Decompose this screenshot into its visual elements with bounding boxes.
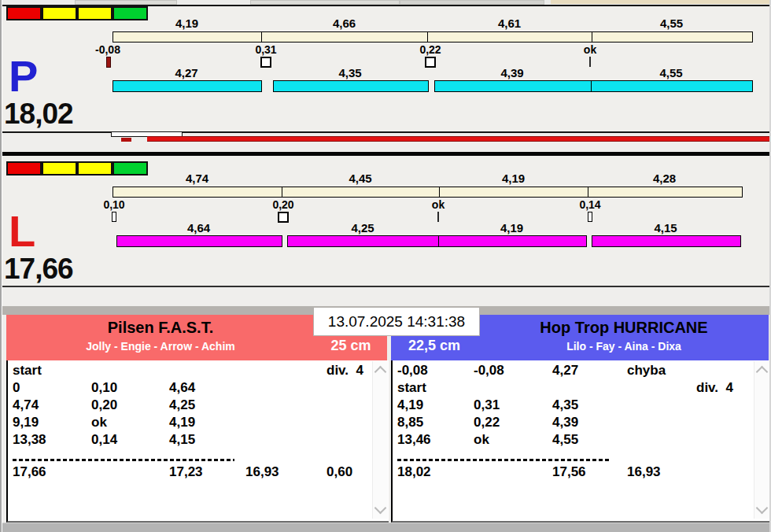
results-cell: 0,20 — [91, 397, 117, 413]
ruler-segment — [592, 31, 753, 42]
bar-segment-value: 4,19 — [438, 222, 585, 235]
results-cell: 0,31 — [474, 397, 500, 413]
ruler-segment — [113, 187, 283, 198]
split-marker-line-icon — [437, 212, 439, 222]
results-panel-left[interactable]: startdiv. 400,104,644,740,204,259,19ok4,… — [6, 360, 389, 523]
scroll-down-icon[interactable] — [756, 502, 769, 515]
lane-p-letter: P — [9, 54, 38, 98]
results-cell: 4,15 — [169, 432, 195, 448]
split-marker-label: 0,22 — [405, 44, 456, 56]
split-marker-line-icon — [589, 57, 591, 67]
panel-top-border — [0, 5, 771, 6]
results-cell: 4,25 — [169, 397, 195, 413]
ruler-segment-value: 4,61 — [427, 17, 592, 30]
split-marker-tick-icon — [106, 57, 111, 68]
results-cell: div. 4 — [326, 363, 363, 379]
results-cell: 4,64 — [169, 380, 195, 396]
ruler-segment — [282, 187, 441, 198]
distance-left: 25 cm — [315, 338, 387, 357]
results-cell: 16,93 — [245, 464, 279, 480]
results-cell: 0 — [13, 380, 20, 396]
split-marker-label: 0,10 — [89, 199, 139, 211]
ruler-segment-value: 4,19 — [439, 172, 588, 185]
window-left-edge — [0, 0, 2, 532]
split-marker-box-icon — [425, 57, 436, 68]
results-cell: 0,10 — [91, 380, 117, 396]
scroll-up-icon[interactable] — [374, 366, 387, 379]
results-cell: -0,08 — [397, 363, 428, 379]
results-separator — [397, 459, 611, 461]
split-marker-label: ok — [413, 199, 463, 211]
results-cell: 13,46 — [397, 432, 431, 448]
lane-l-letter: L — [9, 209, 35, 253]
split-marker-box-icon — [278, 212, 289, 223]
bar-segment — [592, 235, 741, 247]
team-name-right: Hop Trop HURRICANE — [479, 319, 769, 337]
results-cell: 4,27 — [552, 363, 578, 379]
results-cell: ok — [474, 432, 489, 448]
results-cell: start — [13, 363, 42, 379]
bar-segment-value: 4,15 — [592, 222, 740, 235]
status-light — [77, 6, 113, 20]
split-marker-slot-icon — [588, 212, 592, 222]
progress-fragment — [121, 138, 131, 142]
results-cell: 0,14 — [91, 432, 117, 448]
results-cell: chyba — [627, 363, 666, 379]
scrollbar-right[interactable] — [754, 361, 769, 519]
bar-segment — [287, 235, 440, 247]
status-light — [6, 6, 42, 20]
results-cell: 16,93 — [627, 464, 661, 480]
bar-segment — [438, 235, 587, 247]
ruler-segment-value: 4,45 — [282, 172, 439, 185]
bar-segment — [113, 80, 262, 92]
results-cell: 4,35 — [552, 397, 578, 413]
lane-panel-p: P 18,02 4,194,664,614,55-0,080,310,22ok4… — [0, 1, 771, 133]
bar-segment-value: 4,25 — [287, 222, 438, 235]
lane-panel-l: L 17,66 4,744,454,194,280,100,20ok0,144,… — [0, 152, 771, 287]
results-cell: 17,56 — [552, 464, 586, 480]
results-cell: 17,23 — [169, 464, 203, 480]
status-light — [42, 161, 77, 175]
scroll-down-icon[interactable] — [374, 502, 387, 515]
results-cell: 0,22 — [474, 415, 500, 430]
results-panel-right[interactable]: -0,08-0,084,27chybastartdiv. 44,190,314,… — [391, 360, 770, 523]
ruler-segment-value: 4,28 — [588, 172, 741, 185]
split-marker-label: -0,08 — [83, 44, 133, 56]
results-cell: 4,39 — [552, 415, 578, 430]
bar-segment — [116, 235, 282, 247]
team-players-left: Jolly - Engie - Arrow - Achim — [6, 340, 315, 353]
results-cell: 4,74 — [13, 397, 39, 413]
scroll-up-icon[interactable] — [756, 366, 769, 379]
window-titlebar-fragment — [551, 0, 771, 4]
split-marker-box-icon — [260, 57, 271, 68]
results-cell: div. 4 — [696, 380, 733, 396]
progress-bar — [147, 136, 771, 142]
timing-scoreboard-app: { "lanes": [ { "id": "P", "letter": "P",… — [0, 0, 771, 532]
ruler-segment-value: 4,66 — [261, 17, 427, 30]
split-marker-label: 0,31 — [241, 44, 291, 56]
team-players-right: Lilo - Fay - Aina - Dixa — [479, 340, 769, 353]
lane-p-total-time: 18,02 — [4, 98, 73, 131]
distance-right: 22,5 cm — [393, 338, 476, 357]
results-cell: 18,02 — [397, 464, 431, 480]
bar-segment — [434, 80, 592, 92]
status-light — [42, 6, 77, 20]
bar-segment-value: 4,55 — [591, 67, 751, 79]
status-light — [6, 161, 42, 175]
ruler-segment-value: 4,19 — [113, 17, 261, 30]
bar-segment-value: 4,27 — [113, 67, 260, 79]
results-cell: 9,19 — [13, 415, 39, 430]
ruler-segment — [113, 31, 263, 42]
ruler-segment — [261, 31, 429, 42]
bar-segment-value: 4,64 — [116, 222, 281, 235]
results-cell: 4,19 — [397, 397, 423, 413]
split-marker-label: ok — [565, 44, 615, 56]
ruler-segment-value: 4,55 — [592, 17, 751, 30]
results-cell: start — [397, 380, 426, 396]
split-marker-slot-icon — [112, 212, 116, 222]
datetime-display: 13.07.2025 14:31:38 — [313, 307, 480, 336]
scrollbar-left[interactable] — [372, 361, 388, 519]
ruler-segment — [588, 187, 743, 198]
results-separator — [13, 459, 234, 461]
results-cell: 4,19 — [169, 415, 195, 430]
